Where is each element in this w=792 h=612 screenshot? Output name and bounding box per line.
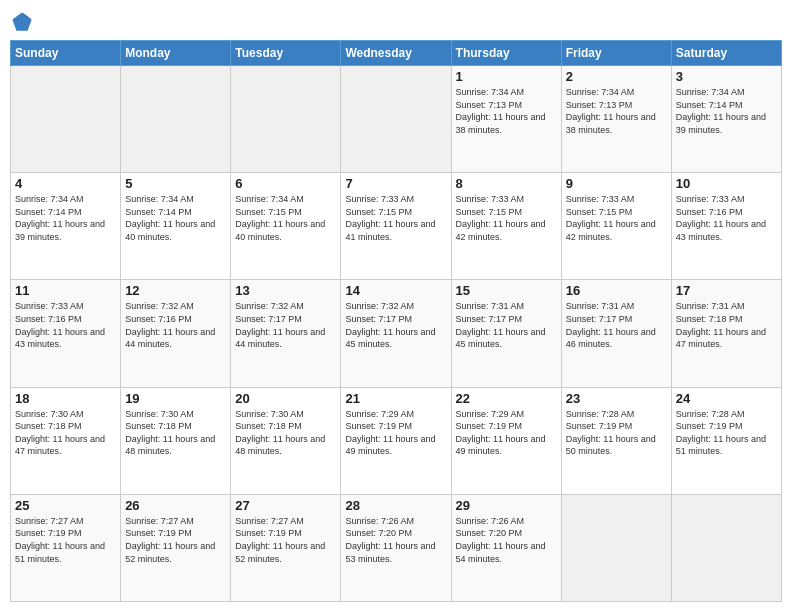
day-number: 8: [456, 176, 557, 191]
day-number: 3: [676, 69, 777, 84]
day-number: 16: [566, 283, 667, 298]
page: SundayMondayTuesdayWednesdayThursdayFrid…: [0, 0, 792, 612]
day-number: 29: [456, 498, 557, 513]
calendar-cell: 1Sunrise: 7:34 AM Sunset: 7:13 PM Daylig…: [451, 66, 561, 173]
day-number: 17: [676, 283, 777, 298]
day-of-week-saturday: Saturday: [671, 41, 781, 66]
calendar-cell: 6Sunrise: 7:34 AM Sunset: 7:15 PM Daylig…: [231, 173, 341, 280]
day-number: 25: [15, 498, 116, 513]
day-info: Sunrise: 7:33 AM Sunset: 7:15 PM Dayligh…: [345, 193, 446, 243]
day-info: Sunrise: 7:34 AM Sunset: 7:14 PM Dayligh…: [676, 86, 777, 136]
calendar-cell: 25Sunrise: 7:27 AM Sunset: 7:19 PM Dayli…: [11, 494, 121, 601]
calendar-cell: 8Sunrise: 7:33 AM Sunset: 7:15 PM Daylig…: [451, 173, 561, 280]
day-info: Sunrise: 7:32 AM Sunset: 7:17 PM Dayligh…: [235, 300, 336, 350]
week-row-0: 1Sunrise: 7:34 AM Sunset: 7:13 PM Daylig…: [11, 66, 782, 173]
day-number: 20: [235, 391, 336, 406]
day-number: 9: [566, 176, 667, 191]
day-number: 15: [456, 283, 557, 298]
calendar-cell: 22Sunrise: 7:29 AM Sunset: 7:19 PM Dayli…: [451, 387, 561, 494]
day-info: Sunrise: 7:26 AM Sunset: 7:20 PM Dayligh…: [456, 515, 557, 565]
calendar-table: SundayMondayTuesdayWednesdayThursdayFrid…: [10, 40, 782, 602]
day-info: Sunrise: 7:32 AM Sunset: 7:17 PM Dayligh…: [345, 300, 446, 350]
calendar-cell: [671, 494, 781, 601]
day-info: Sunrise: 7:28 AM Sunset: 7:19 PM Dayligh…: [566, 408, 667, 458]
calendar-header: SundayMondayTuesdayWednesdayThursdayFrid…: [11, 41, 782, 66]
calendar-cell: 5Sunrise: 7:34 AM Sunset: 7:14 PM Daylig…: [121, 173, 231, 280]
day-info: Sunrise: 7:34 AM Sunset: 7:14 PM Dayligh…: [125, 193, 226, 243]
calendar-cell: 4Sunrise: 7:34 AM Sunset: 7:14 PM Daylig…: [11, 173, 121, 280]
day-info: Sunrise: 7:29 AM Sunset: 7:19 PM Dayligh…: [456, 408, 557, 458]
day-number: 26: [125, 498, 226, 513]
day-number: 12: [125, 283, 226, 298]
day-of-week-sunday: Sunday: [11, 41, 121, 66]
calendar-cell: 9Sunrise: 7:33 AM Sunset: 7:15 PM Daylig…: [561, 173, 671, 280]
day-info: Sunrise: 7:34 AM Sunset: 7:13 PM Dayligh…: [456, 86, 557, 136]
day-info: Sunrise: 7:30 AM Sunset: 7:18 PM Dayligh…: [235, 408, 336, 458]
calendar-cell: 15Sunrise: 7:31 AM Sunset: 7:17 PM Dayli…: [451, 280, 561, 387]
calendar-cell: 29Sunrise: 7:26 AM Sunset: 7:20 PM Dayli…: [451, 494, 561, 601]
day-number: 18: [15, 391, 116, 406]
calendar-cell: 19Sunrise: 7:30 AM Sunset: 7:18 PM Dayli…: [121, 387, 231, 494]
calendar-cell: [561, 494, 671, 601]
day-number: 13: [235, 283, 336, 298]
day-info: Sunrise: 7:28 AM Sunset: 7:19 PM Dayligh…: [676, 408, 777, 458]
day-info: Sunrise: 7:27 AM Sunset: 7:19 PM Dayligh…: [15, 515, 116, 565]
day-number: 27: [235, 498, 336, 513]
day-number: 28: [345, 498, 446, 513]
day-of-week-thursday: Thursday: [451, 41, 561, 66]
day-info: Sunrise: 7:31 AM Sunset: 7:17 PM Dayligh…: [456, 300, 557, 350]
day-info: Sunrise: 7:33 AM Sunset: 7:16 PM Dayligh…: [15, 300, 116, 350]
calendar-cell: [11, 66, 121, 173]
day-info: Sunrise: 7:30 AM Sunset: 7:18 PM Dayligh…: [125, 408, 226, 458]
day-info: Sunrise: 7:34 AM Sunset: 7:13 PM Dayligh…: [566, 86, 667, 136]
calendar-cell: 28Sunrise: 7:26 AM Sunset: 7:20 PM Dayli…: [341, 494, 451, 601]
week-row-3: 18Sunrise: 7:30 AM Sunset: 7:18 PM Dayli…: [11, 387, 782, 494]
calendar-cell: 11Sunrise: 7:33 AM Sunset: 7:16 PM Dayli…: [11, 280, 121, 387]
day-info: Sunrise: 7:27 AM Sunset: 7:19 PM Dayligh…: [125, 515, 226, 565]
day-number: 1: [456, 69, 557, 84]
day-info: Sunrise: 7:34 AM Sunset: 7:14 PM Dayligh…: [15, 193, 116, 243]
calendar-cell: 10Sunrise: 7:33 AM Sunset: 7:16 PM Dayli…: [671, 173, 781, 280]
day-info: Sunrise: 7:31 AM Sunset: 7:18 PM Dayligh…: [676, 300, 777, 350]
calendar-cell: 18Sunrise: 7:30 AM Sunset: 7:18 PM Dayli…: [11, 387, 121, 494]
day-number: 21: [345, 391, 446, 406]
calendar-cell: [121, 66, 231, 173]
logo: [10, 10, 38, 34]
calendar-cell: 13Sunrise: 7:32 AM Sunset: 7:17 PM Dayli…: [231, 280, 341, 387]
day-number: 23: [566, 391, 667, 406]
calendar-cell: 23Sunrise: 7:28 AM Sunset: 7:19 PM Dayli…: [561, 387, 671, 494]
calendar-cell: 2Sunrise: 7:34 AM Sunset: 7:13 PM Daylig…: [561, 66, 671, 173]
calendar-cell: 16Sunrise: 7:31 AM Sunset: 7:17 PM Dayli…: [561, 280, 671, 387]
day-info: Sunrise: 7:32 AM Sunset: 7:16 PM Dayligh…: [125, 300, 226, 350]
day-info: Sunrise: 7:33 AM Sunset: 7:15 PM Dayligh…: [456, 193, 557, 243]
calendar-cell: 7Sunrise: 7:33 AM Sunset: 7:15 PM Daylig…: [341, 173, 451, 280]
svg-marker-0: [12, 12, 31, 30]
calendar-cell: 27Sunrise: 7:27 AM Sunset: 7:19 PM Dayli…: [231, 494, 341, 601]
calendar-cell: [341, 66, 451, 173]
calendar-cell: 17Sunrise: 7:31 AM Sunset: 7:18 PM Dayli…: [671, 280, 781, 387]
day-of-week-friday: Friday: [561, 41, 671, 66]
week-row-2: 11Sunrise: 7:33 AM Sunset: 7:16 PM Dayli…: [11, 280, 782, 387]
day-number: 5: [125, 176, 226, 191]
week-row-4: 25Sunrise: 7:27 AM Sunset: 7:19 PM Dayli…: [11, 494, 782, 601]
calendar-cell: 26Sunrise: 7:27 AM Sunset: 7:19 PM Dayli…: [121, 494, 231, 601]
calendar-cell: 3Sunrise: 7:34 AM Sunset: 7:14 PM Daylig…: [671, 66, 781, 173]
header: [10, 10, 782, 34]
header-row: SundayMondayTuesdayWednesdayThursdayFrid…: [11, 41, 782, 66]
day-info: Sunrise: 7:26 AM Sunset: 7:20 PM Dayligh…: [345, 515, 446, 565]
day-number: 19: [125, 391, 226, 406]
day-info: Sunrise: 7:30 AM Sunset: 7:18 PM Dayligh…: [15, 408, 116, 458]
day-number: 6: [235, 176, 336, 191]
calendar-cell: 24Sunrise: 7:28 AM Sunset: 7:19 PM Dayli…: [671, 387, 781, 494]
calendar-cell: 12Sunrise: 7:32 AM Sunset: 7:16 PM Dayli…: [121, 280, 231, 387]
calendar-cell: [231, 66, 341, 173]
day-number: 4: [15, 176, 116, 191]
logo-icon: [10, 10, 34, 34]
day-number: 22: [456, 391, 557, 406]
day-number: 24: [676, 391, 777, 406]
day-info: Sunrise: 7:27 AM Sunset: 7:19 PM Dayligh…: [235, 515, 336, 565]
day-info: Sunrise: 7:33 AM Sunset: 7:15 PM Dayligh…: [566, 193, 667, 243]
day-info: Sunrise: 7:34 AM Sunset: 7:15 PM Dayligh…: [235, 193, 336, 243]
day-info: Sunrise: 7:33 AM Sunset: 7:16 PM Dayligh…: [676, 193, 777, 243]
calendar-cell: 21Sunrise: 7:29 AM Sunset: 7:19 PM Dayli…: [341, 387, 451, 494]
